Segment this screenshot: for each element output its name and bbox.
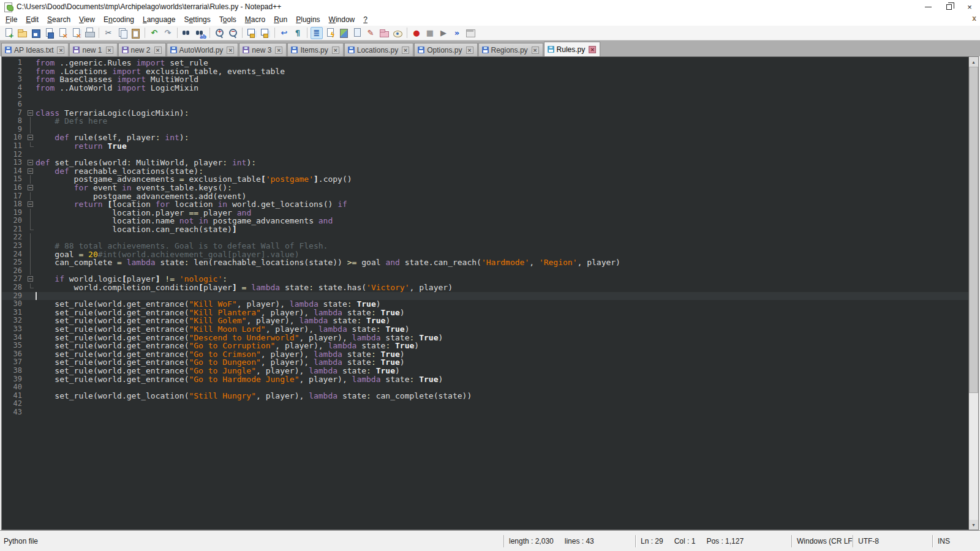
line-number[interactable]: 1: [2, 59, 26, 67]
menu-tools[interactable]: Tools: [215, 14, 241, 25]
line-number[interactable]: 27: [2, 275, 26, 283]
print-icon[interactable]: [83, 27, 96, 39]
line-number[interactable]: 19: [2, 209, 26, 217]
macro-run-multiple-icon[interactable]: »: [451, 27, 463, 39]
fold-margin[interactable]: −: [26, 133, 36, 142]
copy-icon[interactable]: [116, 27, 128, 39]
line-number[interactable]: 32: [2, 317, 26, 325]
tab-close-icon[interactable]: ×: [57, 47, 64, 54]
line-number[interactable]: 8: [2, 117, 26, 126]
restore-button[interactable]: [938, 0, 959, 13]
line-number[interactable]: 25: [2, 258, 26, 267]
fold-margin[interactable]: −: [26, 167, 36, 176]
tab-close-icon[interactable]: ×: [332, 47, 339, 54]
menubar-close-doc-icon[interactable]: x: [972, 14, 976, 23]
line-number[interactable]: 36: [2, 350, 26, 359]
line-number[interactable]: 43: [2, 408, 26, 417]
tab-items-py[interactable]: Items.py×: [287, 43, 343, 56]
cut-icon[interactable]: ✂: [102, 27, 115, 39]
line-number[interactable]: 42: [2, 400, 26, 408]
close-button[interactable]: ×: [959, 0, 980, 13]
vertical-scrollbar[interactable]: ▲ ▼: [968, 56, 979, 530]
line-number[interactable]: 26: [2, 267, 26, 276]
tab-regions-py[interactable]: Regions.py×: [478, 43, 543, 56]
line-number[interactable]: 20: [2, 217, 26, 225]
fold-collapse-icon[interactable]: −: [28, 276, 33, 282]
close-all-icon[interactable]: [70, 27, 82, 39]
line-number[interactable]: 16: [2, 184, 26, 192]
save-icon[interactable]: [29, 27, 42, 39]
menu-run[interactable]: Run: [270, 14, 292, 25]
fold-margin[interactable]: −: [26, 200, 36, 209]
line-number[interactable]: 12: [2, 151, 26, 159]
menu-plugins[interactable]: Plugins: [292, 14, 324, 25]
line-number[interactable]: 38: [2, 367, 26, 375]
fold-collapse-icon[interactable]: −: [28, 168, 33, 174]
folder-as-workspace-icon[interactable]: [378, 27, 390, 39]
code-editor[interactable]: 1from ..generic.Rules import set_rule2fr…: [1, 56, 968, 530]
replace-icon[interactable]: [194, 27, 206, 39]
line-number[interactable]: 6: [2, 100, 26, 109]
save-all-icon[interactable]: [43, 27, 55, 39]
sync-vertical-icon[interactable]: [246, 27, 258, 39]
line-number[interactable]: 40: [2, 383, 26, 392]
tab-close-icon[interactable]: ×: [154, 47, 162, 54]
line-number[interactable]: 24: [2, 250, 26, 259]
line-number[interactable]: 21: [2, 225, 26, 234]
minimize-button[interactable]: [918, 0, 938, 13]
tab-new-3[interactable]: new 3×: [239, 43, 287, 56]
line-number[interactable]: 3: [2, 75, 26, 84]
document-map-icon[interactable]: [337, 27, 350, 39]
menu-encoding[interactable]: Encoding: [99, 14, 138, 25]
menu-[interactable]: ?: [359, 14, 372, 25]
scrollbar-thumb[interactable]: [969, 67, 978, 393]
menu-view[interactable]: View: [75, 14, 99, 25]
tab-close-icon[interactable]: ×: [466, 47, 473, 54]
line-number[interactable]: 14: [2, 167, 26, 176]
undo-icon[interactable]: ↶: [148, 27, 160, 39]
line-number[interactable]: 35: [2, 342, 26, 350]
tab-locations-py[interactable]: Locations.py×: [344, 43, 413, 56]
function-list-icon[interactable]: ✎: [364, 27, 377, 39]
fold-margin[interactable]: −: [26, 159, 36, 167]
line-number[interactable]: 33: [2, 325, 26, 334]
line-number[interactable]: 37: [2, 358, 26, 367]
open-file-icon[interactable]: [16, 27, 28, 39]
menu-language[interactable]: Language: [138, 14, 179, 25]
tab-close-icon[interactable]: ×: [106, 47, 113, 54]
fold-margin[interactable]: −: [26, 109, 36, 118]
line-number[interactable]: 18: [2, 200, 26, 209]
tab-new-2[interactable]: new 2×: [118, 43, 166, 56]
macro-play-icon[interactable]: ▶: [437, 27, 450, 39]
menu-file[interactable]: File: [1, 14, 21, 25]
tab-close-icon[interactable]: ×: [402, 47, 409, 54]
macro-save-icon[interactable]: [464, 27, 477, 39]
line-number[interactable]: 15: [2, 175, 26, 184]
line-number[interactable]: 23: [2, 242, 26, 250]
scrollbar-track[interactable]: [969, 67, 978, 520]
fold-collapse-icon[interactable]: −: [28, 110, 33, 116]
line-number[interactable]: 17: [2, 192, 26, 201]
line-number[interactable]: 29: [2, 292, 26, 301]
document-list-icon[interactable]: [351, 27, 363, 39]
tab-ap-ideas-txt[interactable]: AP Ideas.txt×: [1, 43, 69, 56]
new-file-icon[interactable]: [2, 27, 15, 39]
tab-new-1[interactable]: new 1×: [69, 43, 117, 56]
line-number[interactable]: 28: [2, 283, 26, 292]
line-number[interactable]: 11: [2, 142, 26, 151]
fold-collapse-icon[interactable]: −: [28, 160, 33, 165]
menu-window[interactable]: Window: [325, 14, 360, 25]
tab-close-icon[interactable]: ×: [532, 47, 539, 54]
zoom-out-icon[interactable]: [227, 27, 239, 39]
close-file-icon[interactable]: [56, 27, 69, 39]
line-number[interactable]: 34: [2, 334, 26, 342]
tab-rules-py[interactable]: Rules.py×: [544, 42, 601, 56]
fold-collapse-icon[interactable]: −: [28, 185, 33, 190]
macro-stop-icon[interactable]: ■: [424, 27, 436, 39]
fold-collapse-icon[interactable]: −: [28, 201, 33, 207]
zoom-in-icon[interactable]: [213, 27, 225, 39]
fold-margin[interactable]: −: [26, 275, 36, 283]
show-all-characters-icon[interactable]: ¶: [292, 27, 304, 39]
line-number[interactable]: 9: [2, 126, 26, 134]
scroll-up-arrow-icon[interactable]: ▲: [969, 57, 978, 67]
